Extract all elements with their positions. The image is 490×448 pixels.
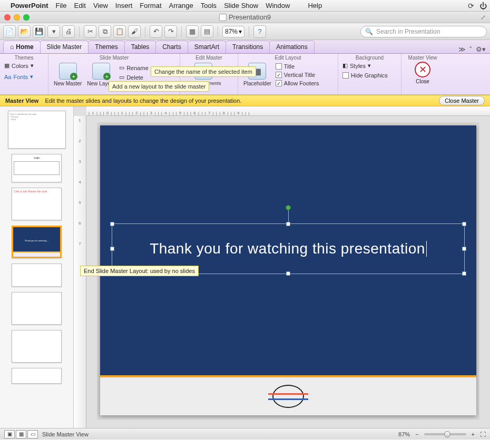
resize-handle[interactable] [462,271,466,276]
new-layout-tooltip: Add a new layout to the slide master [109,81,209,92]
resize-handle[interactable] [462,222,466,226]
menu-help[interactable]: Help [308,2,322,9]
paste-button[interactable]: 📋 [113,25,126,38]
new-layout-icon [92,63,110,80]
format-painter-button[interactable]: 🖌 [128,25,141,38]
open-button[interactable]: 📂 [18,25,31,38]
layout-button[interactable]: ▤ [201,25,213,38]
layout-thumb-4[interactable] [12,292,62,325]
collapse-ribbon-icon[interactable]: ˄ [469,45,473,53]
mac-menubar: PowerPoint File Edit View Insert Format … [0,0,490,12]
menu-view[interactable]: View [93,2,108,9]
layout-thumb-1[interactable]: Logo [12,154,62,182]
layout-thumb-selected[interactable]: Thank you for watching… [12,226,62,258]
redo-button[interactable]: ↷ [164,25,177,38]
sorter-view-button[interactable]: ▦ [16,430,26,439]
menu-arrange[interactable]: Arrange [169,2,193,9]
window-close-icon[interactable] [4,14,11,21]
menu-slideshow[interactable]: Slide Show [224,2,258,9]
vertical-title-checkbox[interactable]: ✓Vertical Title [276,71,319,79]
styles-dropdown[interactable]: ◧Styles ▾ [342,62,371,70]
new-master-icon [59,63,77,80]
title-checkbox[interactable]: Title [276,63,319,70]
undo-button[interactable]: ↶ [150,25,162,38]
resize-handle[interactable] [286,222,290,226]
menu-tools[interactable]: Tools [201,2,217,9]
infobar-label: Master View [5,98,38,104]
resize-handle[interactable] [462,247,466,251]
fullscreen-icon[interactable]: ⤢ [481,14,490,21]
zoom-selector[interactable]: 87% ▾ [222,26,244,37]
colors-dropdown[interactable]: ▦Colors ▾ [4,62,34,70]
cut-button[interactable]: ✂ [84,25,96,38]
delete-button[interactable]: ▭Delete [119,73,149,81]
save-button[interactable]: 💾 [33,25,45,38]
menu-insert[interactable]: Insert [115,2,133,9]
resize-handle[interactable] [286,271,290,276]
menu-edit[interactable]: Edit [74,2,85,9]
tab-themes[interactable]: Themes [88,41,124,53]
window-zoom-icon[interactable] [23,14,30,21]
tabs-overflow[interactable]: ≫ [458,45,466,53]
layout-thumb-3[interactable] [12,264,62,287]
tab-smartart[interactable]: SmartArt [188,41,226,53]
close-master-button[interactable]: Close Master [439,96,485,105]
logo-icon [272,385,304,408]
tab-tables[interactable]: Tables [124,41,156,53]
status-zoom: 87% [398,431,410,437]
tab-charts[interactable]: Charts [155,41,188,53]
tab-animations[interactable]: Animations [269,41,314,53]
status-mode: Slide Master View [42,431,89,437]
save-dropdown[interactable]: ▾ [47,25,60,38]
slide-editor: | 1 | | | 0 | | | 1 | | | 2 | | | 3 | | … [74,106,490,428]
fonts-dropdown[interactable]: AaFonts ▾ [4,73,33,81]
power-icon[interactable]: ⏻ [479,2,487,10]
sync-icon[interactable]: ⟳ [468,2,474,10]
statusbar: ▣ ▦ ▭ Slide Master View 87% − + ⛶ [0,428,490,440]
fit-window-button[interactable]: ⛶ [480,431,486,437]
zoom-slider[interactable] [424,433,466,435]
menu-format[interactable]: Format [140,2,161,9]
help-button[interactable]: ? [253,25,266,38]
search-input[interactable]: 🔍 Search in Presentation [360,26,487,37]
normal-view-button[interactable]: ▣ [4,430,15,439]
tab-slide-master[interactable]: Slide Master [40,41,89,53]
window-title: Presentation9 [219,13,271,21]
menu-file[interactable]: File [56,2,67,9]
group-editmaster-title: Edit Master [184,55,233,62]
new-master-button[interactable]: New Master [53,62,83,87]
print-button[interactable]: 🖨 [62,25,75,38]
resize-handle[interactable] [110,222,114,226]
rename-tooltip: Change the name of the selected item [151,66,256,77]
layout-thumb-5[interactable] [12,330,62,363]
tab-home[interactable]: ⌂Home [3,41,41,53]
rotation-handle[interactable] [286,205,291,210]
window-minimize-icon[interactable] [14,14,20,21]
allow-footers-checkbox[interactable]: ✓Allow Footers [276,80,319,87]
new-slide-button[interactable]: ▦ [186,25,199,38]
layout-thumb-2[interactable]: Click to edit Master title style [12,188,62,220]
rename-button[interactable]: ▭Rename [119,64,149,72]
rename-icon: ▭ [119,64,124,71]
home-icon: ⌂ [10,43,14,51]
zoom-in-button[interactable]: + [472,431,475,437]
resize-handle[interactable] [110,247,114,251]
zoom-slider-knob[interactable] [444,431,450,437]
menu-window[interactable]: Window [266,2,290,9]
text-cursor [426,241,427,257]
hide-graphics-checkbox[interactable]: Hide Graphics [342,72,388,79]
tab-transitions[interactable]: Transitions [226,41,270,53]
copy-button[interactable]: ⧉ [99,25,111,38]
master-thumb-1[interactable]: Click to edit Master title style• Second… [8,111,66,149]
layout-thumb-6[interactable] [12,368,62,384]
document-icon [219,14,227,21]
title-text[interactable]: Thank you for watching this presentation [150,240,425,257]
zoom-out-button[interactable]: − [415,431,418,437]
horizontal-ruler[interactable]: | 1 | | | 0 | | | 1 | | | 2 | | | 3 | | … [86,106,490,116]
app-name[interactable]: PowerPoint [11,2,48,9]
slide-panel[interactable]: Click to edit Master title style• Second… [0,106,74,428]
slideshow-view-button[interactable]: ▭ [27,430,38,439]
close-master-view-button[interactable]: ✕Close [415,62,430,84]
gear-icon[interactable]: ⚙▾ [476,45,486,53]
new-doc-button[interactable]: 📄 [3,25,16,38]
